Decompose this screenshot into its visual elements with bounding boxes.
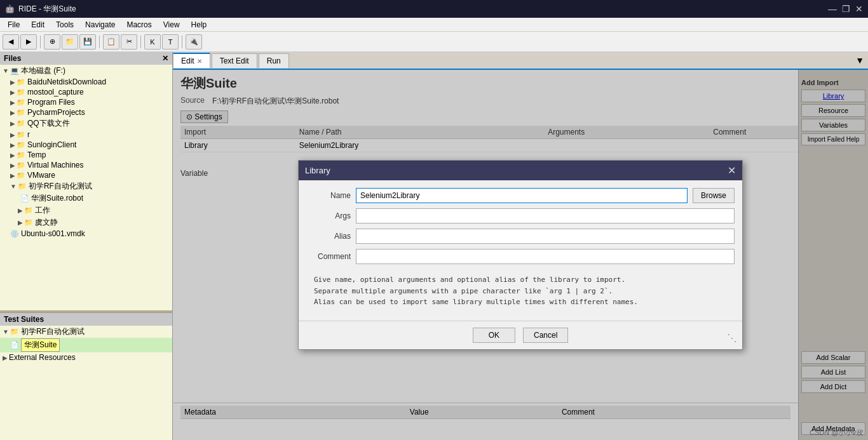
app-icon: 🤖 xyxy=(5,4,15,13)
tree-item-qq[interactable]: ▶ 📁 QQ下载文件 xyxy=(0,117,172,130)
minimize-btn[interactable]: — xyxy=(828,4,837,14)
name-input[interactable] xyxy=(356,188,688,203)
tree-item-rf[interactable]: ▼ 📁 初学RF自动化测试 xyxy=(0,180,172,192)
modal-name-row: Name Browse xyxy=(306,188,735,203)
back-btn[interactable]: ◀ xyxy=(3,34,19,50)
modal-hint: Give name, optional arguments and option… xyxy=(306,269,735,313)
tree-item-pycharm[interactable]: ▶ 📁 PycharmProjects xyxy=(0,107,172,117)
tree-item-ubuntu[interactable]: 💿 Ubuntu-s001.vmdk xyxy=(0,229,172,239)
toolbar: ◀ ▶ ⊕ 📁 💾 📋 ✂ K T 🔌 xyxy=(0,32,868,52)
new-btn[interactable]: ⊕ xyxy=(44,34,60,50)
modal-overlay: Library ✕ Name Browse Args xyxy=(173,70,868,440)
tree-item-program-files[interactable]: ▶ 📁 Program Files xyxy=(0,97,172,107)
tree-item-mostool[interactable]: ▶ 📁 mostool_capture xyxy=(0,87,172,97)
files-tree: ▼ 💻 本地磁盘 (F:) ▶ 📁 BaiduNetdiskDownload ▶… xyxy=(0,65,172,310)
plugin-btn[interactable]: 🔌 xyxy=(186,34,202,50)
ts-item-rf[interactable]: ▼ 📁 初学RF自动化测试 xyxy=(0,326,172,338)
tab-run[interactable]: Run xyxy=(259,53,289,68)
modal-args-row: Args xyxy=(306,208,735,223)
tree-item-baidu[interactable]: ▶ 📁 BaiduNetdiskDownload xyxy=(0,77,172,87)
args-input[interactable] xyxy=(356,208,735,223)
alias-input[interactable] xyxy=(356,229,735,244)
comment-input[interactable] xyxy=(356,249,735,264)
tab-edit-close[interactable]: ✕ xyxy=(197,58,202,65)
menu-bar: File Edit Tools Navigate Macros View Hel… xyxy=(0,18,868,32)
tree-item-r[interactable]: ▶ 📁 r xyxy=(0,130,172,140)
tree-item-yuwen[interactable]: ▶ 📁 虞文静 xyxy=(0,217,172,229)
alias-label: Alias xyxy=(306,232,351,241)
save-btn[interactable]: 💾 xyxy=(79,34,96,50)
browse-btn[interactable]: Browse xyxy=(693,188,735,203)
tab-edit[interactable]: Edit ✕ xyxy=(173,53,210,68)
menu-file[interactable]: File xyxy=(3,19,25,30)
ts-item-external[interactable]: ▶ External Resources xyxy=(0,352,172,363)
cancel-btn[interactable]: Cancel xyxy=(523,328,568,343)
library-dialog: Library ✕ Name Browse Args xyxy=(298,160,743,350)
test-btn[interactable]: T xyxy=(162,34,179,50)
name-label: Name xyxy=(306,191,351,200)
forward-btn[interactable]: ▶ xyxy=(20,34,37,50)
tree-item-work[interactable]: ▶ 📁 工作 xyxy=(0,204,172,217)
tree-item-vm[interactable]: ▶ 📁 Virtual Machines xyxy=(0,160,172,170)
modal-comment-row: Comment xyxy=(306,249,735,264)
copy-btn[interactable]: 📋 xyxy=(103,34,119,50)
tab-bar: Edit ✕ Text Edit Run ▼ xyxy=(173,52,868,70)
modal-close-btn[interactable]: ✕ xyxy=(728,164,736,177)
menu-edit[interactable]: Edit xyxy=(26,19,50,30)
keyword-btn[interactable]: K xyxy=(144,34,161,50)
maximize-btn[interactable]: ❐ xyxy=(842,4,850,14)
modal-body: Name Browse Args Alias xyxy=(299,180,742,321)
comment-label: Comment xyxy=(306,252,351,261)
close-btn[interactable]: ✕ xyxy=(855,4,863,14)
files-panel-title: Files xyxy=(4,54,21,63)
open-btn[interactable]: 📁 xyxy=(62,34,78,50)
menu-help[interactable]: Help xyxy=(186,19,212,30)
cut-btn[interactable]: ✂ xyxy=(121,34,137,50)
tree-item-vmware[interactable]: ▶ 📁 VMware xyxy=(0,170,172,180)
tab-text-edit[interactable]: Text Edit xyxy=(212,53,257,68)
tree-item-suite-robot[interactable]: 📄 华测Suite.robot xyxy=(0,192,172,204)
menu-tools[interactable]: Tools xyxy=(51,19,79,30)
test-suites-section: Test Suites ▼ 📁 初学RF自动化测试 📄 华测Suite ▶ Ex… xyxy=(0,313,172,440)
tree-item-temp[interactable]: ▶ 📁 Temp xyxy=(0,150,172,160)
tab-dropdown[interactable]: ▼ xyxy=(851,54,868,67)
menu-navigate[interactable]: Navigate xyxy=(80,19,120,30)
args-label: Args xyxy=(306,211,351,220)
modal-alias-row: Alias xyxy=(306,229,735,244)
resize-handle: ⋱ xyxy=(727,332,737,344)
test-suites-title: Test Suites xyxy=(4,315,44,324)
title-bar: 🤖 RIDE - 华测Suite — ❐ ✕ xyxy=(0,0,868,18)
content-area: 华测Suite Source F:\初学RF自动化测试\华测Suite.robo… xyxy=(173,70,868,440)
ok-btn[interactable]: OK xyxy=(473,328,515,343)
modal-footer: OK Cancel ⋱ xyxy=(299,321,742,349)
menu-macros[interactable]: Macros xyxy=(121,19,156,30)
modal-title: Library xyxy=(305,166,330,175)
tree-item-sunlogin[interactable]: ▶ 📁 SunloginClient xyxy=(0,140,172,150)
tree-item-local-disk[interactable]: ▼ 💻 本地磁盘 (F:) xyxy=(0,65,172,77)
menu-view[interactable]: View xyxy=(158,19,185,30)
ts-item-suite[interactable]: 📄 华测Suite xyxy=(0,338,172,352)
files-close-btn[interactable]: ✕ xyxy=(162,54,168,63)
modal-title-bar: Library ✕ xyxy=(299,161,742,180)
app-title: RIDE - 华测Suite xyxy=(18,4,76,15)
